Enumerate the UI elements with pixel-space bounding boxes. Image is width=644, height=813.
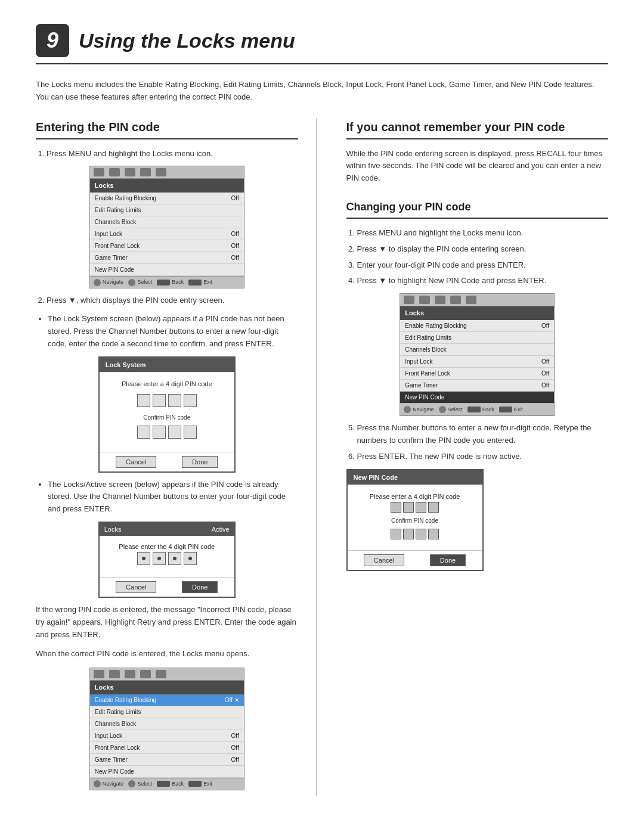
intro-paragraph: The Locks menu includes the Enable Ratin… — [36, 79, 608, 104]
nav-icon-2 — [94, 780, 101, 787]
toolbar-icon-6 — [94, 670, 104, 678]
changing-pin-title: Changing your PIN code — [346, 199, 609, 219]
change-step-1: Press MENU and highlight the Locks menu … — [357, 227, 609, 240]
cannot-remember-text: While the PIN code entering screen is di… — [346, 148, 609, 185]
menu-item-14: New PIN Code — [90, 766, 244, 778]
change-step-6: Press ENTER. The new PIN code is now act… — [357, 451, 609, 463]
chapter-number: 9 — [36, 24, 69, 57]
change-menu-item-1: Enable Rating BlockingOff — [400, 320, 554, 332]
change-menu-item-3: Channels Block — [400, 344, 554, 356]
new-pin-done[interactable]: Done — [430, 554, 466, 566]
active-dialog-buttons: Cancel Done — [100, 577, 234, 597]
toolbar-icon-9 — [140, 670, 151, 678]
toolbar-icon-12 — [419, 296, 430, 304]
menu-item-8: Enable Rating BlockingOff ✕ — [90, 694, 244, 706]
lock-system-body: Please enter a 4 digit PIN code Confirm … — [100, 372, 234, 452]
correct-pin-text: When the correct PIN code is entered, th… — [36, 648, 298, 660]
exit-icon-3 — [499, 406, 512, 412]
new-pin-buttons: Cancel Done — [348, 550, 482, 570]
menu-item-4: Input LockOff — [90, 228, 244, 240]
toolbar-icon-13 — [435, 296, 445, 304]
active-pin-2 — [153, 552, 166, 565]
cancel-button-1[interactable]: Cancel — [116, 456, 156, 468]
change-step-4: Press ▼ to highlight New PIN Code and pr… — [357, 275, 609, 287]
mockup-footer-1: Navigate Select Back Exit — [90, 276, 244, 288]
nav-icon — [94, 279, 101, 286]
pin-box-1 — [137, 394, 150, 407]
new-pin-sq-3 — [416, 502, 426, 513]
toolbar-icon-10 — [156, 670, 166, 678]
confirm-box-1 — [137, 426, 150, 439]
entering-pin-title: Entering the PIN code — [36, 118, 298, 139]
change-menu-item-4: Input LockOff — [400, 356, 554, 368]
confirm-box-2 — [153, 426, 166, 439]
active-pin-4 — [184, 552, 197, 565]
locks-menu-header-2: Locks — [90, 681, 244, 694]
toolbar-icon-14 — [450, 296, 461, 304]
toolbar-icon-11 — [404, 296, 414, 304]
entering-pin-steps: Press MENU and highlight the Locks menu … — [36, 148, 298, 160]
confirm-box-4 — [184, 426, 197, 439]
new-pin-confirm-sq-1 — [391, 529, 401, 539]
mockup-toolbar-2 — [90, 668, 244, 681]
mockup-footer-3: Navigate Select Back Exit — [400, 404, 554, 416]
right-column: If you cannot remember your PIN code Whi… — [340, 118, 609, 797]
new-pin-sq-4 — [428, 502, 439, 513]
confirm-box-3 — [168, 426, 181, 439]
locks-menu-header-1: Locks — [90, 179, 244, 193]
lock-system-header: Lock System — [100, 358, 234, 373]
cancel-button-2[interactable]: Cancel — [116, 581, 156, 593]
changing-pin-steps: Press MENU and highlight the Locks menu … — [346, 227, 609, 287]
change-menu-item-6: Game TimerOff — [400, 380, 554, 392]
bullet-1: The Lock System screen (below) appears i… — [48, 313, 298, 350]
new-pin-confirm-sq-2 — [403, 529, 414, 539]
toolbar-icon-15 — [466, 296, 476, 304]
mockup-toolbar-1 — [90, 166, 244, 179]
toolbar-icon-7 — [109, 670, 120, 678]
new-pin-confirm-sq-3 — [416, 529, 426, 539]
menu-item-7: New PIN Code — [90, 264, 244, 276]
toolbar-icon-1 — [94, 168, 104, 176]
new-pin-sq-2 — [403, 502, 414, 513]
new-pin-squares-enter — [354, 502, 476, 513]
toolbar-icon-3 — [125, 168, 135, 176]
pin-box-3 — [168, 394, 181, 407]
menu-item-2: Edit Rating Limits — [90, 204, 244, 216]
active-pin-1 — [137, 552, 150, 565]
menu-item-13: Game TimerOff — [90, 754, 244, 766]
done-button-2[interactable]: Done — [182, 581, 218, 593]
menu-item-10: Channels Block — [90, 718, 244, 730]
active-status: Active — [212, 525, 230, 535]
menu-item-9: Edit Rating Limits — [90, 706, 244, 718]
change-step-2: Press ▼ to display the PIN code entering… — [357, 243, 609, 256]
menu-item-1: Enable Rating BlockingOff — [90, 193, 244, 204]
change-menu-item-2: Edit Rating Limits — [400, 332, 554, 344]
select-icon-3 — [439, 406, 446, 413]
locks-menu-mockup-3: Locks Enable Rating BlockingOff Edit Rat… — [400, 293, 555, 416]
toolbar-icon-5 — [156, 168, 166, 176]
pin-boxes-enter — [106, 394, 228, 407]
new-pin-header: New PIN Code — [348, 470, 482, 485]
confirm-label: Confirm PIN code — [106, 413, 228, 422]
lock-system-dialog: Lock System Please enter a 4 digit PIN c… — [98, 356, 236, 473]
done-button-1[interactable]: Done — [182, 456, 218, 468]
active-prompt: Please enter the 4 digit PIN code — [106, 542, 228, 552]
active-body: Please enter the 4 digit PIN code — [100, 536, 234, 577]
chapter-header: 9 Using the Locks menu — [36, 24, 608, 64]
new-pin-cancel[interactable]: Cancel — [364, 554, 404, 566]
locks-menu-mockup-2: Locks Enable Rating BlockingOff ✕ Edit R… — [89, 668, 244, 790]
pin-box-4 — [184, 394, 197, 407]
chapter-title: Using the Locks menu — [79, 26, 295, 56]
active-header: Locks Active — [100, 523, 234, 536]
back-btn-icon — [188, 280, 202, 286]
menu-item-11: Input LockOff — [90, 730, 244, 742]
active-pin-3 — [168, 552, 181, 565]
back-icon-3 — [467, 406, 481, 412]
cannot-remember-title: If you cannot remember your PIN code — [346, 118, 609, 139]
new-pin-dialog: New PIN Code Please enter a 4 digit PIN … — [346, 469, 484, 571]
change-menu-item-7: New PIN Code — [400, 392, 554, 404]
new-pin-body: Please enter a 4 digit PIN code Confirm … — [348, 485, 482, 550]
active-header-label: Locks — [104, 525, 122, 535]
pin-prompt: Please enter a 4 digit PIN code — [106, 379, 228, 389]
menu-item-12: Front Panel LockOff — [90, 742, 244, 754]
